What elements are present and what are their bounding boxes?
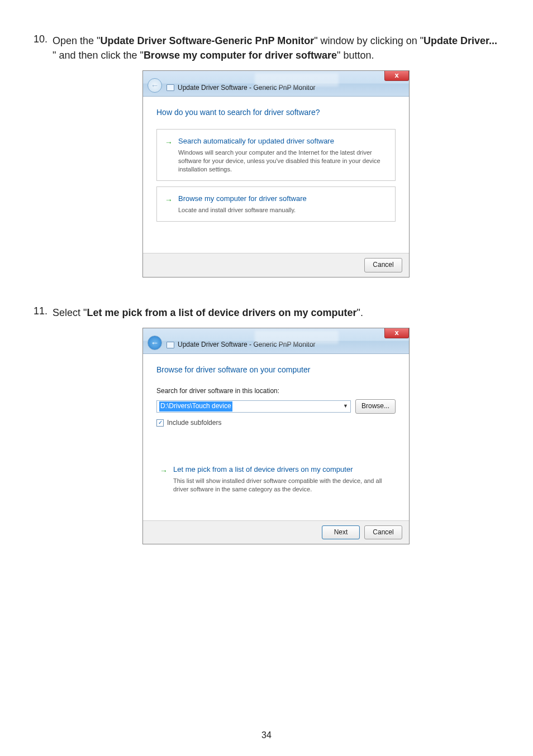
back-button: ← xyxy=(147,78,162,93)
step-text: Select "Let me pick from a list of devic… xyxy=(53,305,499,561)
page-number: 34 xyxy=(0,730,533,740)
dialog-heading: How do you want to search for driver sof… xyxy=(156,107,396,118)
option-title: Browse my computer for driver software xyxy=(178,194,307,204)
step-text: Open the "Update Driver Software-Generic… xyxy=(53,34,499,294)
option-browse-my-computer[interactable]: → Browse my computer for driver software… xyxy=(156,186,396,222)
step-number: 10. xyxy=(34,34,53,294)
cancel-button[interactable]: Cancel xyxy=(364,258,402,272)
titlebar-glass xyxy=(255,331,339,344)
step-number: 11. xyxy=(34,305,53,561)
close-button[interactable]: x xyxy=(384,328,409,338)
option-title: Let me pick from a list of device driver… xyxy=(173,465,388,475)
dialog-heading: Browse for driver software on your compu… xyxy=(156,364,396,375)
back-arrow-icon: ← xyxy=(151,79,159,92)
titlebar[interactable]: x ← Update Driver Software - Generic PnP… xyxy=(143,328,409,354)
option-description: This list will show installed driver sof… xyxy=(173,477,388,494)
path-value: D:\Drivers\Touch device xyxy=(159,401,232,411)
browse-button[interactable]: Browse... xyxy=(355,399,396,413)
arrow-right-icon: → xyxy=(165,194,173,214)
next-button[interactable]: Next xyxy=(322,525,360,539)
option-title: Search automatically for updated driver … xyxy=(178,136,387,147)
close-button[interactable]: x xyxy=(384,71,409,81)
arrow-right-icon: → xyxy=(165,137,173,173)
back-button[interactable]: ← xyxy=(147,336,162,350)
include-subfolders-label: Include subfolders xyxy=(167,418,221,428)
update-driver-window-step11: x ← Update Driver Software - Generic PnP… xyxy=(142,328,410,544)
include-subfolders-checkbox[interactable]: ✓ xyxy=(156,419,164,427)
chevron-down-icon[interactable]: ▼ xyxy=(343,403,348,410)
option-let-me-pick[interactable]: → Let me pick from a list of device driv… xyxy=(156,458,396,500)
cancel-button[interactable]: Cancel xyxy=(364,525,402,539)
monitor-icon xyxy=(166,84,174,91)
monitor-icon xyxy=(166,342,174,348)
titlebar-glass xyxy=(255,73,339,87)
titlebar[interactable]: x ← Update Driver Software - Generic PnP… xyxy=(143,71,409,97)
update-driver-window-step10: x ← Update Driver Software - Generic PnP… xyxy=(142,70,410,277)
search-location-label: Search for driver software in this locat… xyxy=(156,386,396,396)
path-combobox[interactable]: D:\Drivers\Touch device ▼ xyxy=(156,400,351,413)
checkmark-icon: ✓ xyxy=(158,419,163,427)
option-description: Windows will search your computer and th… xyxy=(178,149,387,174)
option-search-automatically[interactable]: → Search automatically for updated drive… xyxy=(156,129,396,180)
arrow-right-icon: → xyxy=(160,465,168,494)
option-description: Locate and install driver software manua… xyxy=(178,206,307,214)
back-arrow-icon: ← xyxy=(151,337,159,349)
